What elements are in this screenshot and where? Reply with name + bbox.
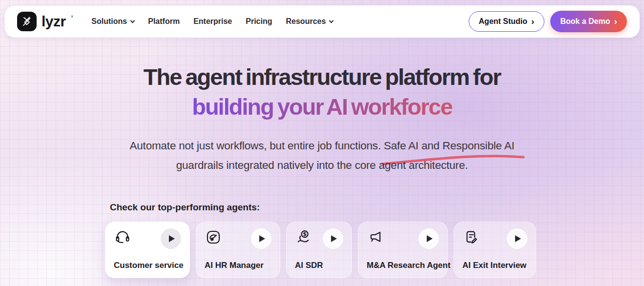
agent-card-customer-service[interactable]: Customer service	[105, 222, 190, 278]
agents-section-label: Check our top-performing agents:	[110, 202, 536, 213]
nav-item-resources[interactable]: Resources	[286, 17, 333, 26]
title-line-2-gradient: building your AI workforce	[0, 92, 644, 122]
lyzr-logo-icon	[17, 12, 37, 31]
agent-card-ma-research-agent[interactable]: M&A Research Agent	[358, 222, 448, 278]
chevron-right-icon: ›	[614, 17, 617, 26]
navbar-actions: Agent Studio › Book a Demo ›	[469, 11, 627, 32]
play-icon	[259, 235, 265, 242]
headset-icon	[114, 228, 131, 246]
top-agents-section: Check our top-performing agents: Custome…	[105, 202, 536, 278]
megaphone-icon	[367, 228, 384, 246]
agent-card-label: AI HR Manager	[205, 261, 271, 270]
nav-item-enterprise[interactable]: Enterprise	[193, 17, 232, 26]
play-icon	[515, 235, 521, 242]
main-nav: Solutions Platform Enterprise Pricing Re…	[91, 17, 333, 26]
svg-text:$: $	[303, 230, 307, 237]
brand-wordmark: lyzr	[42, 12, 66, 31]
agent-cards-row: Customer service AI HR Manager	[105, 222, 536, 278]
nav-item-pricing[interactable]: Pricing	[246, 17, 272, 26]
gauge-icon	[205, 228, 222, 246]
nav-item-platform[interactable]: Platform	[148, 17, 180, 26]
agent-card-label: Customer service	[114, 261, 181, 270]
agent-studio-button[interactable]: Agent Studio ›	[469, 11, 545, 32]
book-demo-button[interactable]: Book a Demo ›	[550, 11, 627, 32]
subtitle-line-2: guardrails integrated natively into the …	[0, 156, 644, 175]
nav-item-solutions[interactable]: Solutions	[91, 17, 134, 26]
page-title: The agent infrastructure platform for bu…	[0, 62, 644, 122]
play-button[interactable]	[251, 228, 271, 249]
hero-subtitle: Automate not just workflows, but entire …	[0, 136, 644, 175]
lyzr-logo[interactable]: lyzr ’	[17, 12, 73, 31]
agent-card-label: AI SDR	[295, 261, 343, 270]
play-button[interactable]	[323, 228, 343, 249]
agent-card-ai-exit-interview[interactable]: AI Exit Interview	[454, 222, 536, 278]
title-line-1: The agent infrastructure platform for	[144, 64, 500, 90]
chevron-down-icon	[329, 18, 334, 23]
play-icon	[169, 235, 175, 242]
agent-card-label: AI Exit Interview	[462, 261, 527, 270]
agent-card-ai-sdr[interactable]: $ AI SDR	[286, 222, 352, 278]
play-icon	[331, 235, 337, 242]
play-button[interactable]	[161, 228, 181, 249]
agent-card-label: M&A Research Agent	[367, 261, 439, 270]
agent-card-ai-hr-manager[interactable]: AI HR Manager	[196, 222, 280, 278]
brand-tick: ’	[71, 14, 73, 21]
chevron-right-icon: ›	[531, 17, 534, 26]
document-edit-icon	[462, 228, 480, 246]
play-button[interactable]	[418, 228, 439, 249]
hand-dollar-icon: $	[295, 228, 312, 246]
play-icon	[427, 235, 433, 242]
play-button[interactable]	[507, 228, 527, 249]
top-navbar: lyzr ’ Solutions Platform Enterprise Pri…	[4, 5, 640, 38]
chevron-down-icon	[130, 18, 135, 23]
subtitle-line-1: Automate not just workflows, but entire …	[0, 136, 644, 156]
